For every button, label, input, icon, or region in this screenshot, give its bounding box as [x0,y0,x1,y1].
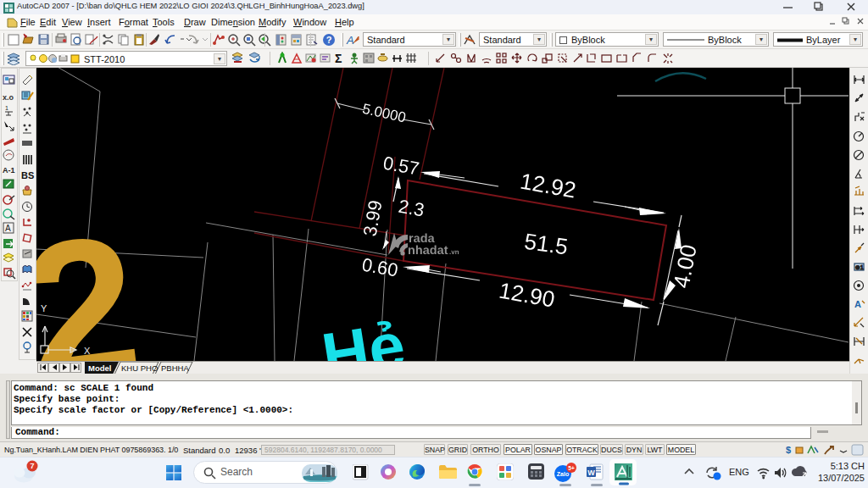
svg-text:W: W [587,469,595,477]
svg-text:Zalo: Zalo [557,471,569,477]
svg-text:x.o: x.o [3,93,14,102]
svg-text:1: 1 [5,105,8,111]
svg-text:A-1: A-1 [3,166,15,175]
svg-text:A: A [346,34,354,47]
svg-text:$: $ [786,445,791,455]
svg-text:BS: BS [21,170,34,180]
svg-text:⊕1: ⊕1 [855,264,864,270]
svg-text:KHU PHO: KHU PHO [121,363,158,373]
svg-text:Σ: Σ [335,52,342,65]
svg-text:A: A [854,299,861,309]
svg-text:Y: Y [41,303,47,313]
svg-text:7: 7 [30,462,34,470]
svg-text:X: X [84,346,91,356]
svg-text:Model: Model [88,363,111,373]
svg-text:PBHHA: PBHHA [161,363,189,373]
svg-text:5+: 5+ [568,465,575,471]
svg-text:A: A [5,224,11,233]
svg-text:?: ? [326,35,332,45]
